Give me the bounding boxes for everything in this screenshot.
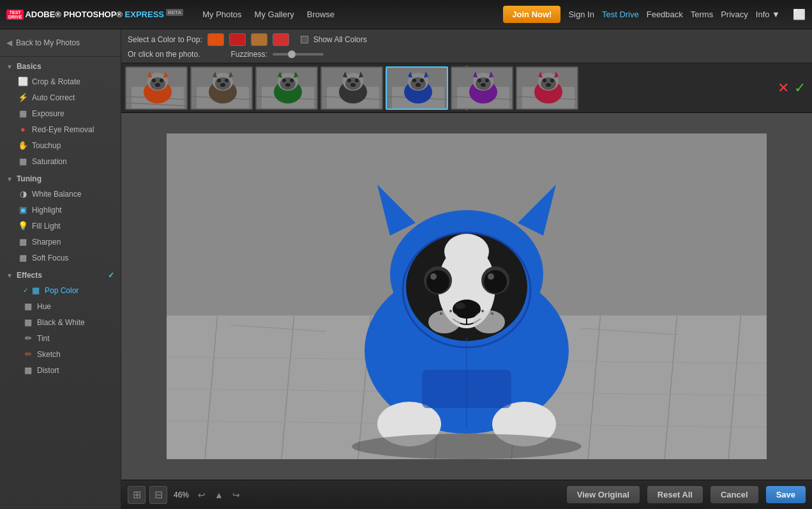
my-photos-nav[interactable]: My Photos	[202, 10, 241, 19]
fill-light-label: Fill Light	[32, 222, 61, 231]
hue-icon: ▦	[23, 301, 33, 311]
cancel-color-button[interactable]: ✕	[778, 80, 789, 96]
image-area[interactable]	[121, 113, 812, 480]
fullscreen-button[interactable]: ⬜	[793, 8, 806, 20]
thumbnail-actions: ✕ ✓	[778, 80, 806, 96]
split-view-button[interactable]: ⊟	[149, 486, 167, 504]
pop-color-check-icon: ✓	[23, 287, 28, 294]
sidebar-item-white-balance[interactable]: ◑ White Balance	[0, 186, 121, 202]
sidebar-item-red-eye[interactable]: ● Red-Eye Removal	[0, 121, 121, 137]
thumbnail-5-selected[interactable]	[386, 66, 448, 110]
join-now-button[interactable]: Join Now!	[503, 6, 560, 23]
color-swatch-red[interactable]	[229, 33, 246, 46]
color-swatch-deep-red[interactable]	[273, 33, 289, 46]
sidebar-item-soft-focus[interactable]: ▦ Soft Focus	[0, 250, 121, 266]
svg-point-44	[350, 83, 356, 87]
svg-point-22	[220, 83, 225, 87]
soft-focus-icon: ▦	[18, 253, 28, 262]
adobe-badge: TEST DRIVE	[6, 10, 24, 20]
sidebar-item-highlight[interactable]: ▣ Highlight	[0, 202, 121, 218]
main-image-svg	[167, 133, 767, 459]
thumbnail-1[interactable]	[125, 66, 188, 110]
sidebar-item-sketch[interactable]: ✏ Sketch	[0, 346, 121, 362]
sidebar-item-saturation[interactable]: ▦ Saturation	[0, 153, 121, 169]
sidebar-item-touchup[interactable]: ✋ Touchup	[0, 137, 121, 153]
view-original-button[interactable]: View Original	[567, 486, 640, 503]
svg-point-77	[546, 83, 551, 87]
distort-icon: ▦	[23, 365, 33, 375]
svg-point-10	[160, 79, 163, 82]
sidebar-item-distort[interactable]: ▦ Distort	[0, 362, 121, 378]
color-swatch-tan[interactable]	[251, 33, 267, 46]
thumbnail-2[interactable]	[190, 66, 253, 110]
reset-all-button[interactable]: Reset All	[647, 486, 703, 503]
thumbnail-7[interactable]	[516, 66, 578, 110]
svg-point-53	[412, 79, 416, 82]
back-to-photos-button[interactable]: ◀ Back to My Photos	[0, 29, 121, 57]
grid-view-button[interactable]: ⊞	[128, 486, 146, 504]
my-gallery-nav[interactable]: My Gallery	[255, 10, 294, 19]
top-navigation: TEST DRIVE ADOBE® PHOTOSHOP® EXPRESSBETA…	[0, 0, 812, 29]
svg-point-64	[477, 79, 481, 82]
tuning-section-header[interactable]: ▼ Tuning	[0, 169, 121, 186]
sidebar-item-fill-light[interactable]: 💡 Fill Light	[0, 218, 121, 234]
black-white-icon: ▦	[23, 317, 33, 327]
info-button[interactable]: Info ▼	[756, 10, 780, 19]
fuzziness-slider[interactable]	[273, 53, 324, 56]
pop-color-icon: ▦	[31, 285, 41, 295]
terms-link[interactable]: Terms	[691, 10, 713, 19]
test-drive-link[interactable]: Test Drive	[602, 10, 639, 19]
select-color-label: Select a Color to Pop:	[128, 35, 202, 44]
crop-rotate-label: Crop & Rotate	[32, 77, 80, 86]
browse-nav[interactable]: Browse	[307, 10, 335, 19]
sidebar-item-auto-correct[interactable]: ⚡ Auto Correct	[0, 89, 121, 105]
sidebar-item-pop-color[interactable]: ✓ ▦ Pop Color	[0, 282, 121, 298]
sidebar-item-sharpen[interactable]: ▦ Sharpen	[0, 234, 121, 250]
effects-section-header[interactable]: ▼ Effects ✓	[0, 266, 121, 282]
svg-point-43	[355, 79, 359, 82]
touchup-icon: ✋	[18, 141, 28, 150]
sharpen-label: Sharpen	[32, 238, 61, 247]
accept-color-button[interactable]: ✓	[794, 80, 806, 96]
svg-point-112	[473, 310, 505, 333]
sidebar-item-black-white[interactable]: ▦ Black & White	[0, 314, 121, 330]
white-balance-label: White Balance	[32, 190, 81, 199]
color-swatch-orange[interactable]	[207, 33, 224, 46]
strip-scroll-down-icon[interactable]: ▼	[464, 107, 469, 112]
show-all-label: Show All Colors	[313, 35, 367, 44]
tuning-arrow-icon: ▼	[6, 176, 13, 183]
svg-point-9	[152, 79, 156, 82]
zoom-out-button[interactable]: ↩	[195, 487, 208, 503]
feedback-link[interactable]: Feedback	[647, 10, 683, 19]
back-arrow-icon: ◀	[6, 38, 12, 47]
back-btn-label: Back to My Photos	[16, 38, 80, 47]
svg-point-111	[428, 310, 460, 333]
svg-point-55	[416, 83, 421, 87]
sidebar-item-exposure[interactable]: ▦ Exposure	[0, 105, 121, 121]
thumbnail-6[interactable]	[451, 66, 513, 110]
touchup-label: Touchup	[32, 141, 61, 150]
zoom-in-button[interactable]: ▲	[212, 487, 226, 503]
fuzziness-label: Fuzziness:	[230, 50, 267, 59]
thumbnail-3[interactable]	[255, 66, 318, 110]
effects-label: Effects	[17, 271, 42, 280]
sketch-label: Sketch	[37, 350, 61, 359]
svg-point-114	[449, 310, 452, 312]
basics-section-header[interactable]: ▼ Basics	[0, 57, 121, 73]
show-all-checkbox[interactable]	[301, 36, 308, 43]
sidebar-item-tint[interactable]: ✏ Tint	[0, 330, 121, 346]
adobe-text: ADOBE® PHOTOSHOP®	[25, 10, 124, 19]
crop-rotate-icon: ⬜	[18, 77, 28, 86]
express-text: EXPRESS	[125, 10, 164, 19]
save-button[interactable]: Save	[766, 486, 806, 503]
sign-in-link[interactable]: Sign In	[568, 10, 594, 19]
cancel-button[interactable]: Cancel	[710, 486, 758, 503]
sidebar-item-crop-rotate[interactable]: ⬜ Crop & Rotate	[0, 73, 121, 89]
svg-point-66	[481, 83, 486, 87]
exposure-label: Exposure	[32, 109, 64, 118]
privacy-link[interactable]: Privacy	[721, 10, 748, 19]
zoom-reset-button[interactable]: ↪	[230, 487, 243, 503]
sidebar-item-hue[interactable]: ▦ Hue	[0, 298, 121, 314]
tint-icon: ✏	[23, 333, 33, 343]
thumbnail-4[interactable]	[320, 66, 383, 110]
